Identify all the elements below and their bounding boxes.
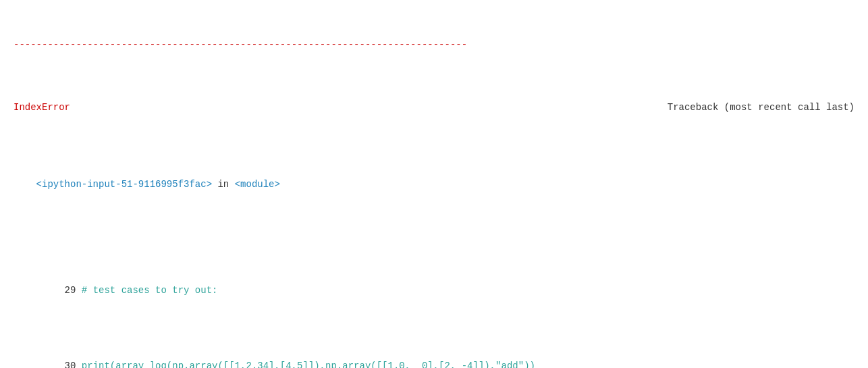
section1-file: <ipython-input-51-9116995f3fac>: [36, 179, 212, 190]
traceback-header: IndexError Traceback (most recent call l…: [13, 100, 855, 115]
section1-in: in: [212, 179, 235, 190]
divider-line: ----------------------------------------…: [13, 37, 855, 52]
line-29: 29 # test cases to try out:: [13, 268, 855, 313]
error-type-header: IndexError: [13, 100, 70, 115]
traceback-label: Traceback (most recent call last): [668, 100, 855, 115]
line-30: 30 print(array_log(np.array([[1,2.34],[4…: [13, 344, 855, 368]
section1-location: <ipython-input-51-9116995f3fac> in <modu…: [13, 162, 855, 207]
section1-func: <module>: [235, 179, 280, 190]
